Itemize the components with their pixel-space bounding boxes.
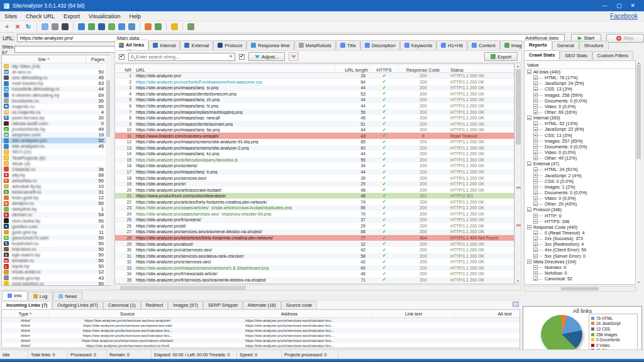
- tree-item[interactable]: Documents: 0 (0,0%): [525, 144, 635, 150]
- link-row[interactable]: AHref https://site-analyzer.pro/sr/servi…: [2, 323, 519, 328]
- tree-item[interactable]: Video: 0 (0,0%): [525, 104, 635, 109]
- url-row-item[interactable]: 14 https://site-analyzer.pro/images/lang…: [115, 151, 514, 157]
- url-row-item[interactable]: 21 https://www.producthunt.com/posts/sit…: [115, 193, 514, 199]
- url-row-item[interactable]: 26 https://site-analyzer.pro/pt/ 29 ✔ 20…: [115, 223, 514, 229]
- url-row-item[interactable]: 35 https://site-analyzer.pro/fr/services…: [115, 277, 514, 283]
- main-tab[interactable]: Response time: [247, 40, 294, 50]
- bottom-subtab[interactable]: Canonical (1): [103, 301, 141, 309]
- site-row[interactable]: O belorusneft.ru 31: [2, 189, 110, 195]
- tree-item[interactable]: CSS: 13 (3%): [525, 86, 635, 92]
- export-data-icon[interactable]: [155, 23, 162, 30]
- url-row-item[interactable]: 25 https://site-analyzer.pro/fr/screens/…: [115, 217, 514, 223]
- search-enable-checkbox[interactable]: ✔: [119, 54, 125, 60]
- url-row-item[interactable]: 22 https://site-analyzer.pro/articles/th…: [115, 199, 514, 205]
- link-row[interactable]: AHref https://site-analyzer.pro/sr/servi…: [2, 343, 519, 348]
- tree-expander-icon[interactable]: [533, 219, 538, 224]
- link-row[interactable]: AHref https://site-analyzer.pro/sr/servi…: [2, 318, 519, 323]
- site-row[interactable]: L layok.by 50: [2, 263, 110, 269]
- site-row[interactable]: site-analyzer.pro 52: [2, 138, 110, 143]
- site-row[interactable]: O kgb-watch.by 50: [2, 252, 110, 258]
- tree-expander-icon[interactable]: [533, 236, 538, 241]
- tree-item[interactable]: CSS: 0 (0,0%): [525, 178, 635, 184]
- tree-expander-icon[interactable]: [533, 87, 538, 91]
- site-row[interactable]: Q kvadroteh.ru 50: [2, 241, 110, 246]
- url-row-item[interactable]: 20 https://site-analyzer.pro/articles/cr…: [115, 187, 514, 193]
- tree-item[interactable]: Documents: 0 (0,0%): [525, 190, 635, 195]
- site-row[interactable]: mob-beeline.ru 50: [2, 281, 110, 286]
- right-tab[interactable]: Reports: [524, 40, 552, 50]
- url-row-item[interactable]: 31 https://site-analyzer.pro/services-se…: [115, 253, 514, 259]
- tree-expander-icon[interactable]: [533, 81, 538, 85]
- tree-item[interactable]: Video: 0 (0,0%): [525, 150, 635, 155]
- tree-expander-icon[interactable]: [533, 104, 538, 109]
- site-row[interactable]: SEO (11): [2, 149, 110, 155]
- tree-item[interactable]: External (47): [525, 161, 635, 167]
- links-table-header[interactable]: Type ^Source AddressLink text Alt textNo…: [2, 310, 519, 318]
- url-row-item[interactable]: 18 https://site-analyzer.pro/services-se…: [115, 175, 514, 181]
- right-subtab[interactable]: Crawl Stats: [524, 50, 560, 60]
- bottom-subtab[interactable]: Alternate (18): [243, 301, 281, 309]
- tree-expander-icon[interactable]: [527, 70, 531, 74]
- url-row-item[interactable]: 1 https://site-analyzer.pro/ 26 ✔ 200 HT…: [115, 73, 514, 79]
- site-row[interactable]: TestProjects (6): [2, 155, 110, 161]
- tree-item[interactable]: All links (440): [525, 69, 635, 75]
- tree-item[interactable]: Other: 49 (12%): [525, 155, 635, 161]
- right-tab[interactable]: General: [552, 41, 579, 50]
- tree-expander-icon[interactable]: [527, 260, 531, 264]
- url-row-item[interactable]: 7 https://site-analyzer.pro/images/repli…: [115, 109, 514, 115]
- site-row[interactable]: O antoshka.ru 50: [2, 178, 110, 184]
- url-row-item[interactable]: 12 https://site-analyzer.pro/images/scre…: [115, 139, 514, 145]
- site-row[interactable]: daisylink.by 1: [2, 206, 110, 212]
- tree-expander-icon[interactable]: [533, 121, 538, 126]
- tree-item[interactable]: Other: 69 (16%): [525, 109, 635, 115]
- tree-expander-icon[interactable]: [533, 254, 538, 258]
- site-row[interactable]: site-analyzer.ru 45: [2, 143, 110, 149]
- tree-expander-icon[interactable]: [533, 231, 538, 235]
- url-row-item[interactable]: 6 https://site-analyzer.pro/images/lang_…: [115, 103, 514, 109]
- tree-expander-icon[interactable]: [527, 162, 531, 166]
- site-row[interactable]: host-tracker.by 63: [2, 80, 110, 86]
- site-row[interactable]: DR dr-seo.ru 50: [2, 69, 110, 75]
- tree-item[interactable]: HTTPS: 346: [525, 219, 635, 224]
- site-row[interactable]: M majento.ru 50: [2, 104, 110, 109]
- bottom-subtab[interactable]: SERP Snippet: [203, 301, 243, 309]
- site-row[interactable]: gold-grid.by 11: [2, 229, 110, 235]
- tree-item[interactable]: Noindex: 0: [525, 265, 635, 270]
- add-project-icon[interactable]: +: [3, 23, 11, 31]
- tree-expander-icon[interactable]: [533, 185, 538, 189]
- find-icon[interactable]: [62, 23, 69, 30]
- site-row[interactable]: it-vitamin.dbhosting.by 69: [2, 92, 110, 97]
- search-box[interactable]: ✕: [128, 53, 235, 61]
- main-tab[interactable]: H1+H6: [436, 40, 467, 50]
- url-row-item[interactable]: 15 https://site-analyzer.pro/js/fancybox…: [115, 157, 514, 163]
- tree-expander-icon[interactable]: [533, 110, 538, 114]
- main-tab[interactable]: Description: [360, 40, 400, 50]
- site-row[interactable]: advokat-fly.by 10: [2, 184, 110, 189]
- stop-button[interactable]: ✕ Stop: [606, 34, 644, 43]
- url-row-item[interactable]: 13 https://site-analyzer.pro/images/scre…: [115, 145, 514, 151]
- tree-expander-icon[interactable]: [533, 150, 538, 155]
- export-button[interactable]: Export: [484, 52, 518, 61]
- tree-expander-icon[interactable]: [533, 133, 538, 138]
- tree-item[interactable]: Nofollow: 0: [525, 270, 635, 276]
- tree-item[interactable]: 3xx (Redirection): 4: [525, 241, 635, 247]
- site-row[interactable]: Work (4): [2, 161, 110, 167]
- link-row[interactable]: AHref https://site-analyzer.pro/sr/servi…: [2, 338, 519, 343]
- url-row-item[interactable]: 3 https://site-analyzer.pro/images/lang_…: [115, 85, 514, 91]
- adjust-filter-button[interactable]: Adjust...: [248, 52, 285, 61]
- tree-item[interactable]: Images: 258 (59%): [525, 92, 635, 98]
- tree-expander-icon[interactable]: [533, 202, 538, 206]
- bottom-subtab[interactable]: Incoming Links (7): [1, 301, 52, 309]
- tree-item[interactable]: JavaScript: 2 (4%): [525, 173, 635, 178]
- site-row[interactable]: D denver.ru 54: [2, 212, 110, 217]
- site-filter-input[interactable]: [14, 46, 127, 53]
- tree-expander-icon[interactable]: [533, 196, 538, 200]
- tree-item[interactable]: Protocol (346): [525, 207, 635, 212]
- url-row-item[interactable]: 17 https://site-analyzer.pro/images/lang…: [115, 169, 514, 175]
- area-chart-icon[interactable]: [128, 23, 135, 30]
- bottom-subtab[interactable]: Source code: [281, 301, 318, 309]
- tree-item[interactable]: 4xx (Client Error): 59: [525, 247, 635, 253]
- tree-item[interactable]: 2xx (Success): 373: [525, 236, 635, 241]
- site-row[interactable]: bran-gold.by 12: [2, 195, 110, 200]
- tree-item[interactable]: Other: 20 (43%): [525, 201, 635, 207]
